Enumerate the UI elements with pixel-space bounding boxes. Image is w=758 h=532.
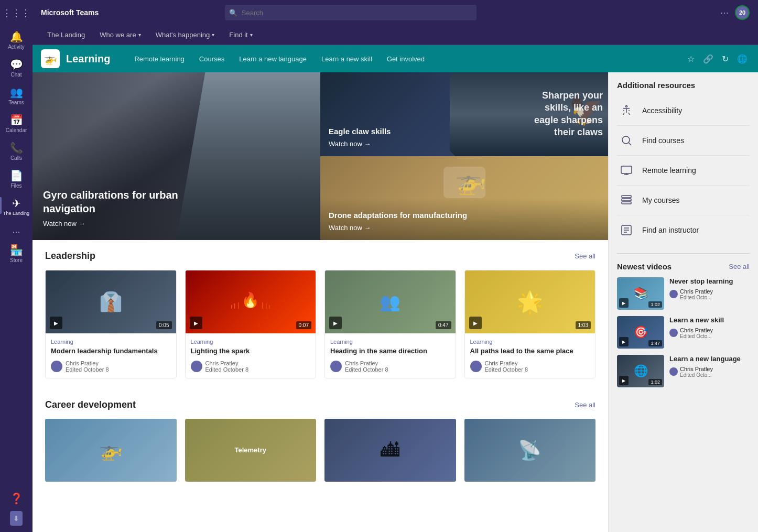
play-icon: ▶ — [619, 376, 629, 385]
link-icon[interactable]: 🔗 — [701, 52, 716, 66]
play-icon: ▶ — [190, 317, 202, 329]
card-body-1: Learning Modern leadership fundamentals … — [46, 333, 176, 378]
additional-resources-section: Additional resources Accessibility — [609, 72, 758, 253]
hero-eagle-watch-now[interactable]: Watch now → — [329, 140, 391, 148]
svg-rect-8 — [622, 202, 631, 204]
career-see-all[interactable]: See all — [575, 401, 595, 409]
table-row[interactable]: 🌟 ▶ 1:03 Learning All paths lead to the … — [464, 270, 596, 378]
app-nav-link-courses[interactable]: Courses — [192, 51, 232, 67]
newest-item-title: Learn a new skill — [669, 316, 750, 325]
globe-icon[interactable]: 🌐 — [735, 52, 750, 66]
sidebar-item-calls[interactable]: 📞 Calls — [0, 137, 33, 165]
svg-rect-3 — [621, 166, 632, 173]
list-item[interactable]: 🎯 ▶ 1:47 Learn a new skill Chris Pratley… — [617, 316, 750, 349]
nav-item-the-landing[interactable]: The Landing — [41, 28, 91, 42]
app-nav-link-involved[interactable]: Get involved — [380, 51, 432, 67]
table-row[interactable]: 👥 ▶ 0:47 Learning Heading in the same di… — [324, 270, 456, 378]
video-duration: 0:07 — [296, 321, 311, 329]
leadership-title: Leadership — [45, 251, 95, 262]
author-avatar — [470, 361, 482, 372]
more-options-icon[interactable]: ⋯ — [720, 8, 729, 18]
newest-author: Chris Pratley Edited Octo... — [669, 327, 750, 339]
rp-item-accessibility[interactable]: Accessibility — [617, 96, 750, 126]
app-nav-links: Remote learning Courses Learn a new lang… — [127, 51, 685, 67]
nav-item-whats-happening[interactable]: What's happening ▾ — [149, 28, 221, 42]
sidebar-item-the-landing[interactable]: ✈ The Landing — [0, 193, 33, 220]
career-section: Career development See all 🚁 Telemetry 🏙… — [33, 389, 608, 492]
download-icon[interactable]: ⬇ — [10, 511, 23, 526]
app-nav-title: Learning — [66, 53, 110, 65]
sidebar-item-teams[interactable]: 👥 Teams — [0, 82, 33, 110]
search-input[interactable] — [225, 5, 477, 20]
help-icon[interactable]: ❓ — [6, 488, 27, 509]
chat-icon: 💬 — [10, 58, 23, 71]
card-category[interactable]: Learning — [191, 339, 311, 345]
newest-see-all[interactable]: See all — [729, 263, 750, 270]
hero-left-panel[interactable]: Gyro calibrations for urban navigation W… — [33, 72, 320, 240]
hero-eagle-title-text: Eagle claw skills Watch now → — [329, 127, 391, 148]
apps-grid-icon[interactable]: ⋮⋮⋮ — [0, 4, 34, 22]
sidebar-item-files[interactable]: 📄 Files — [0, 165, 33, 193]
author-name: Chris Pratley — [205, 360, 249, 366]
sidebar-item-activity[interactable]: 🔔 Activity — [0, 26, 33, 54]
star-icon[interactable]: ☆ — [685, 52, 697, 66]
edit-date: Edited October 8 — [66, 366, 109, 373]
landing-icon: ✈ — [12, 197, 21, 210]
career-thumb-3[interactable]: 🏙 — [324, 419, 456, 482]
list-item[interactable]: 📚 ▶ 1:02 Never stop learning Chris Pratl… — [617, 277, 750, 310]
store-icon: 🏪 — [10, 244, 23, 256]
career-title: Career development — [45, 399, 136, 410]
card-meta: Chris Pratley Edited October 8 — [51, 360, 171, 373]
card-category[interactable]: Learning — [51, 339, 171, 345]
app-title: Microsoft Teams — [41, 8, 99, 17]
rp-item-remote-learning[interactable]: Remote learning — [617, 156, 750, 186]
avatar[interactable]: 20 — [735, 5, 750, 20]
career-thumb-1[interactable]: 🚁 — [45, 419, 177, 482]
career-thumb-4[interactable]: 📡 — [464, 419, 596, 482]
card-title: All paths lead to the same place — [470, 347, 590, 356]
nav-item-find-it[interactable]: Find it ▾ — [223, 28, 258, 42]
card-category[interactable]: Learning — [330, 339, 450, 345]
main-content: Gyro calibrations for urban navigation W… — [33, 72, 758, 532]
newest-author: Chris Pratley Edited Octo... — [669, 366, 750, 378]
svg-point-1 — [622, 136, 630, 144]
hero-drone-watch-now[interactable]: Watch now → — [329, 224, 467, 232]
activity-icon: 🔔 — [10, 30, 23, 43]
top-bar-actions: ⋯ 20 — [720, 5, 750, 20]
teams-icon: 👥 — [10, 86, 23, 99]
sidebar-item-chat[interactable]: 💬 Chat — [0, 54, 33, 82]
edit-date: Edited October 8 — [205, 366, 249, 373]
newest-item-info: Never stop learning Chris Pratley Edited… — [669, 277, 750, 310]
career-thumb-2[interactable]: Telemetry — [185, 419, 317, 482]
app-nav-link-language[interactable]: Learn a new language — [232, 51, 314, 67]
hero-eagle-panel[interactable]: 🦅 Eagle claw skills Watch now → Sharpen … — [320, 72, 608, 156]
newest-thumb-2: 🎯 ▶ 1:47 — [617, 316, 664, 349]
newest-item-info: Learn a new skill Chris Pratley Edited O… — [669, 316, 750, 349]
chevron-down-icon: ▾ — [212, 32, 214, 38]
card-category[interactable]: Learning — [470, 339, 590, 345]
app-nav-icons: ☆ 🔗 ↻ 🌐 — [685, 52, 750, 66]
app-logo: 🚁 — [41, 49, 60, 68]
refresh-icon[interactable]: ↻ — [720, 52, 731, 66]
list-item[interactable]: 🌐 ▶ 1:02 Learn a new language Chris Prat… — [617, 355, 750, 387]
sidebar-more-icon[interactable]: ... — [8, 220, 24, 240]
sidebar-item-calendar[interactable]: 📅 Calendar — [0, 110, 33, 137]
hero-grid: Gyro calibrations for urban navigation W… — [33, 72, 608, 240]
nav-item-who-we-are[interactable]: Who we are ▾ — [93, 28, 147, 42]
hero-left-watch-now[interactable]: Watch now → — [43, 220, 190, 227]
rp-item-find-instructor[interactable]: Find an instructor — [617, 215, 750, 245]
hero-drone-panel[interactable]: 🚁 Drone adaptations for manufacturing Wa… — [320, 156, 608, 240]
rp-item-find-courses[interactable]: Find courses — [617, 126, 750, 156]
table-row[interactable]: | | | 🔥 | | | ▶ 0:07 — [185, 270, 317, 378]
content-area: Gyro calibrations for urban navigation W… — [33, 72, 608, 532]
sidebar-item-store[interactable]: 🏪 Store — [0, 240, 33, 267]
hero-drone-title-text: Drone adaptations for manufacturing Watc… — [329, 211, 467, 232]
author-name: Chris Pratley — [485, 360, 528, 366]
card-thumbnail-1: 👔 ▶ 0:05 — [46, 270, 176, 333]
app-nav-link-skill[interactable]: Learn a new skill — [314, 51, 380, 67]
rp-item-my-courses[interactable]: My courses — [617, 186, 750, 215]
app-nav-link-remote-learning[interactable]: Remote learning — [127, 51, 191, 67]
leadership-see-all[interactable]: See all — [575, 252, 595, 260]
video-duration: 0:47 — [436, 321, 451, 329]
table-row[interactable]: 👔 ▶ 0:05 Learning Modern leadership fund… — [45, 270, 177, 378]
